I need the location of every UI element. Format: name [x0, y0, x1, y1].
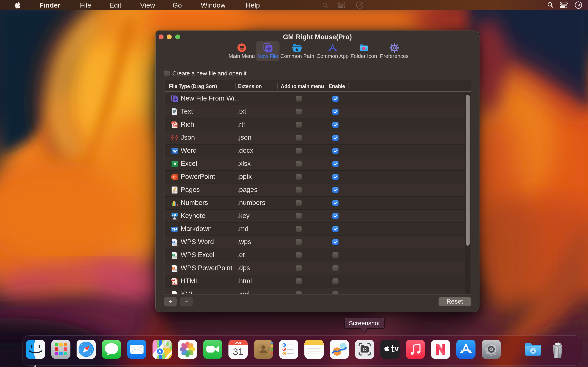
svg-text:JAN: JAN — [235, 341, 241, 344]
svg-text:31: 31 — [233, 346, 243, 357]
